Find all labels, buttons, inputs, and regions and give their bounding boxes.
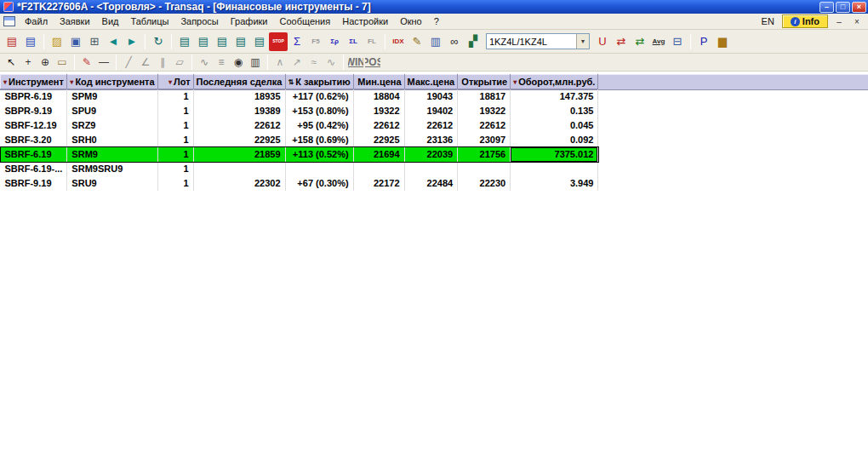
- table-cell[interactable]: SBPR-9.19: [1, 104, 67, 118]
- table-cell[interactable]: 22612: [193, 118, 285, 133]
- pen-icon[interactable]: ✎: [78, 55, 95, 70]
- table-cell[interactable]: [458, 162, 511, 176]
- table-cell[interactable]: +153 (0.80%): [285, 104, 353, 118]
- stop-orders-icon[interactable]: STOP: [269, 32, 288, 51]
- table-cell[interactable]: SRZ9: [67, 118, 157, 133]
- table-cell[interactable]: SBRF-9.19: [1, 176, 67, 191]
- table-cell[interactable]: 1: [157, 89, 193, 105]
- table-cell[interactable]: 22925: [193, 133, 285, 147]
- table-row[interactable]: SBRF-6.19SRM9121859+113 (0.52%)216942203…: [1, 147, 598, 162]
- horizontal-line-icon[interactable]: —: [95, 55, 112, 70]
- table-cell[interactable]: 21694: [353, 147, 404, 162]
- table-cell[interactable]: +158 (0.69%): [285, 133, 353, 147]
- ruler-icon[interactable]: ▭: [54, 55, 71, 70]
- column-header[interactable]: Макс.цена: [404, 75, 458, 89]
- table-cell[interactable]: 21859: [193, 147, 285, 162]
- table-cell[interactable]: 18817: [458, 89, 511, 105]
- table-cell[interactable]: SBRF-12.19: [1, 118, 67, 133]
- table-cell[interactable]: SRU9: [67, 176, 157, 191]
- menu-item-view[interactable]: Вид: [96, 14, 125, 28]
- print-icon[interactable]: ▤: [231, 32, 250, 51]
- copy-icon[interactable]: ▤: [175, 32, 194, 51]
- mdi-child-icon[interactable]: [3, 16, 15, 26]
- cursor-icon[interactable]: ↖: [3, 55, 20, 70]
- restore-button[interactable]: □: [836, 2, 850, 13]
- table-cell[interactable]: 22612: [404, 118, 458, 133]
- table-row[interactable]: SBRF-12.19SRZ9122612+95 (0.42%)226122261…: [1, 118, 598, 133]
- table-cell[interactable]: 22612: [353, 118, 404, 133]
- export-icon[interactable]: ▤: [213, 32, 231, 51]
- table-cell[interactable]: [511, 162, 598, 176]
- filter-icon[interactable]: ▾: [3, 78, 7, 86]
- print-preview-icon[interactable]: ▤: [250, 32, 269, 51]
- table-cell[interactable]: 19322: [458, 104, 511, 118]
- table-cell[interactable]: 22039: [404, 147, 458, 162]
- table-cell[interactable]: 147.375: [511, 89, 598, 105]
- table-cell[interactable]: 22302: [193, 176, 285, 191]
- table-cell[interactable]: SPU9: [67, 104, 157, 118]
- table-cell[interactable]: 7375.012: [511, 147, 598, 162]
- sum-l-icon[interactable]: ΣL: [344, 32, 363, 51]
- close-button[interactable]: ×: [852, 2, 866, 13]
- table-cell[interactable]: +113 (0.52%): [285, 147, 353, 162]
- table-cell[interactable]: SBRF-6.19-...: [1, 162, 67, 176]
- table-cell[interactable]: 22925: [353, 133, 404, 147]
- language-indicator[interactable]: EN: [758, 16, 778, 26]
- f5-icon[interactable]: F5: [306, 32, 325, 51]
- table-cell[interactable]: +95 (0.42%): [285, 118, 353, 133]
- table-cell[interactable]: 19389: [193, 104, 285, 118]
- open-folder-icon[interactable]: ▨: [48, 32, 66, 51]
- table-cell[interactable]: SBRF-6.19: [1, 147, 67, 162]
- position-transfer-sell-icon[interactable]: ⇄: [631, 32, 649, 51]
- table-cell[interactable]: 18935: [193, 89, 285, 105]
- menu-item-requests[interactable]: Запросы: [174, 14, 224, 28]
- column-header[interactable]: ⇅К закрытию: [285, 75, 353, 89]
- binoculars-icon[interactable]: ∞: [445, 32, 464, 51]
- histogram-icon[interactable]: ▥: [247, 55, 264, 70]
- fibonacci-icon[interactable]: ≈: [306, 55, 323, 70]
- mdi-close-button[interactable]: ×: [850, 15, 864, 27]
- table-cell[interactable]: 0.092: [511, 133, 598, 147]
- table-cell[interactable]: 23097: [458, 133, 511, 147]
- column-header[interactable]: ▾Код инструмента: [67, 75, 157, 89]
- levels-icon[interactable]: ≡: [213, 55, 230, 70]
- copy-table-icon[interactable]: ▤: [194, 32, 213, 51]
- sum-p-icon[interactable]: Σρ: [325, 32, 344, 51]
- briefcase-icon[interactable]: ▆: [713, 32, 732, 51]
- f-l-icon[interactable]: FL: [363, 32, 381, 51]
- wave-indicator-icon[interactable]: ∿: [196, 55, 213, 70]
- portfolio-p-icon[interactable]: P: [694, 32, 713, 51]
- oscillator-icon[interactable]: ∿: [323, 55, 340, 70]
- filter-icon[interactable]: ▾: [168, 78, 172, 86]
- menu-item-tables[interactable]: Таблицы: [124, 14, 174, 28]
- table-cell[interactable]: SRH0: [67, 133, 157, 147]
- table-cell[interactable]: SRM9SRU9: [67, 162, 157, 176]
- table-cell[interactable]: 1: [157, 162, 193, 176]
- table-cell[interactable]: [404, 162, 458, 176]
- mdi-minimize-button[interactable]: –: [832, 15, 846, 27]
- table-cell[interactable]: 21756: [458, 147, 511, 162]
- column-header[interactable]: ▾Лот: [157, 75, 193, 89]
- save-icon[interactable]: ▣: [66, 32, 85, 51]
- table-row[interactable]: SBRF-6.19-...SRM9SRU91: [1, 162, 598, 176]
- table-cell[interactable]: 1: [157, 118, 193, 133]
- table-cell[interactable]: 22484: [404, 176, 458, 191]
- order-sell-ticket-icon[interactable]: ▤: [21, 32, 40, 51]
- instrument-combobox[interactable]: 1KZ4L/1KZ4L▼: [486, 33, 590, 49]
- table-cell[interactable]: 1: [157, 147, 193, 162]
- new-table-icon[interactable]: ⊞: [85, 32, 104, 51]
- table-cell[interactable]: [285, 162, 353, 176]
- forward-icon[interactable]: ►: [123, 32, 141, 51]
- table-row[interactable]: SBRF-9.19SRU9122302+67 (0.30%)2217222484…: [1, 176, 598, 191]
- table-cell[interactable]: 1: [157, 176, 193, 191]
- menu-item-help[interactable]: ?: [428, 14, 445, 28]
- zoom-icon[interactable]: ⊕: [37, 55, 54, 70]
- terminal-report-icon[interactable]: ⊟: [668, 32, 687, 51]
- channel-icon[interactable]: ▱: [171, 55, 188, 70]
- table-cell[interactable]: 22612: [458, 118, 511, 133]
- menu-item-window[interactable]: Окно: [394, 14, 428, 28]
- filter-icon[interactable]: ▾: [513, 78, 517, 86]
- chevron-down-icon[interactable]: ▼: [576, 34, 589, 49]
- parallel-lines-icon[interactable]: ∥: [154, 55, 171, 70]
- zigzag-icon[interactable]: ∧: [271, 55, 288, 70]
